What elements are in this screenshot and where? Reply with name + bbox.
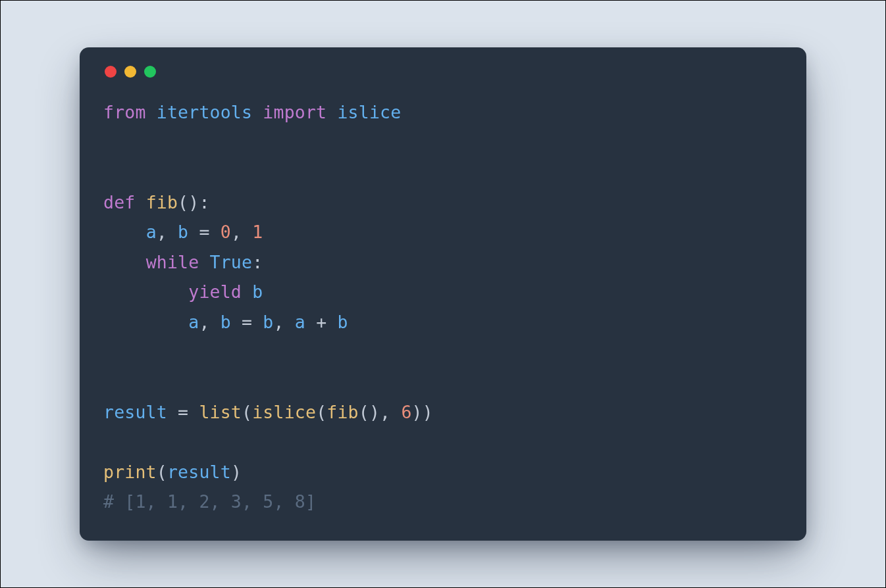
code-token [390, 402, 401, 422]
code-token: b [252, 282, 263, 302]
window-minimize-icon[interactable] [124, 66, 136, 78]
code-token: result [103, 402, 167, 422]
code-token: : [252, 252, 263, 272]
code-token [135, 192, 145, 212]
code-token: ) [369, 402, 380, 422]
code-token [231, 312, 242, 332]
code-token: a [146, 222, 157, 242]
code-token: ( [359, 402, 369, 422]
code-token: b [178, 222, 188, 242]
code-token: ) [412, 402, 423, 422]
code-token: result [167, 462, 231, 482]
code-token: def [103, 192, 135, 212]
code-token: , [199, 312, 209, 332]
code-token: ) [423, 402, 433, 422]
code-token: + [316, 312, 326, 332]
code-token [242, 282, 252, 302]
code-token [252, 102, 263, 122]
window-zoom-icon[interactable] [144, 66, 156, 78]
code-token: 1 [252, 222, 263, 242]
window-close-icon[interactable] [105, 66, 117, 78]
code-token: , [380, 402, 390, 422]
code-token: a [295, 312, 305, 332]
code-token: fib [326, 402, 358, 422]
code-token: islice [252, 402, 316, 422]
code-token: = [242, 312, 252, 332]
code-token: b [221, 312, 231, 332]
code-token: import [263, 102, 326, 122]
code-token: # [1, 1, 2, 3, 5, 8] [103, 491, 316, 512]
code-token: True [210, 252, 253, 272]
code-token [210, 312, 221, 332]
code-token [326, 312, 337, 332]
code-token: b [337, 312, 348, 332]
code-token: ( [178, 192, 188, 212]
code-block: from itertools import islice def fib(): … [103, 97, 783, 517]
code-token: list [199, 402, 242, 422]
code-token [326, 102, 337, 122]
code-token [305, 312, 316, 332]
code-token [199, 252, 209, 272]
code-token [103, 282, 188, 302]
code-token [284, 312, 295, 332]
code-token [252, 312, 263, 332]
code-token [103, 252, 146, 272]
code-token [210, 222, 221, 242]
code-token: ( [242, 402, 252, 422]
code-token: ) [188, 192, 199, 212]
code-token: b [263, 312, 273, 332]
code-window: from itertools import islice def fib(): … [80, 47, 806, 541]
code-token: ) [231, 462, 242, 482]
code-token: ( [316, 402, 326, 422]
code-token [188, 402, 199, 422]
code-token: fib [146, 192, 178, 212]
code-token: , [231, 222, 242, 242]
code-token: ( [157, 462, 167, 482]
code-token: 0 [221, 222, 231, 242]
code-token: 6 [401, 402, 411, 422]
code-token: while [146, 252, 199, 272]
code-token: = [178, 402, 188, 422]
code-token: , [157, 222, 167, 242]
code-token: from [103, 102, 146, 122]
code-token: islice [337, 102, 401, 122]
code-token: print [103, 462, 157, 482]
code-token: a [188, 312, 199, 332]
code-token: yield [188, 282, 242, 302]
code-token: = [199, 222, 209, 242]
code-token [167, 222, 178, 242]
code-token [188, 222, 199, 242]
code-token [103, 312, 188, 332]
code-token [103, 222, 146, 242]
code-token [242, 222, 252, 242]
code-token: : [199, 192, 209, 212]
code-token: , [274, 312, 284, 332]
code-token [146, 102, 157, 122]
window-traffic-lights [103, 66, 783, 78]
code-token [167, 402, 178, 422]
code-token: itertools [157, 102, 252, 122]
